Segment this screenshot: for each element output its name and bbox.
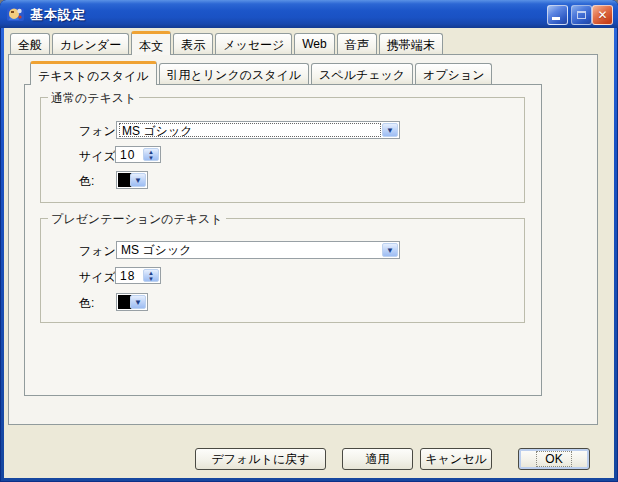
tab-quote-link-style[interactable]: 引用とリンクのスタイル: [159, 63, 310, 84]
tab-message[interactable]: メッセージ: [215, 33, 292, 54]
chevron-down-icon[interactable]: ▼: [130, 295, 146, 309]
tab-options[interactable]: オプション: [415, 63, 492, 84]
spin-down-icon[interactable]: ▼: [144, 276, 158, 282]
size-label: サイズ:: [79, 148, 119, 165]
chevron-down-icon[interactable]: ▼: [382, 243, 398, 257]
size-label: サイズ:: [79, 269, 119, 286]
spinner-buttons[interactable]: ▲ ▼: [143, 269, 159, 282]
size-stepper-presentation[interactable]: 18 ▲ ▼: [115, 267, 161, 284]
group-normal-text: 通常のテキスト フォント: MS ゴシック ▼ サイズ: 10 ▲ ▼ 色: ▼: [40, 97, 525, 203]
spinner-buttons[interactable]: ▲ ▼: [143, 148, 159, 161]
size-stepper-normal-value: 10: [120, 148, 135, 162]
font-select-presentation[interactable]: MS ゴシック ▼: [116, 241, 400, 259]
minimize-icon: [552, 17, 560, 20]
tab-body[interactable]: 本文: [131, 31, 171, 55]
spin-down-icon[interactable]: ▼: [144, 155, 158, 161]
maximize-icon: [577, 11, 586, 19]
maximize-button[interactable]: [571, 5, 592, 25]
tab-text-style[interactable]: テキストのスタイル: [30, 61, 157, 85]
chevron-down-icon[interactable]: ▼: [382, 123, 398, 137]
apply-button[interactable]: 適用: [342, 448, 413, 470]
color-label: 色:: [79, 173, 94, 190]
app-icon: [7, 6, 24, 23]
tab-display[interactable]: 表示: [173, 33, 213, 54]
titlebar[interactable]: 基本設定 ✕: [0, 0, 618, 28]
tab-audio[interactable]: 音声: [337, 33, 377, 54]
size-stepper-normal[interactable]: 10 ▲ ▼: [115, 146, 161, 163]
color-label: 色:: [79, 295, 94, 312]
tab-web[interactable]: Web: [294, 33, 334, 54]
group-presentation-text-title: プレゼンテーションのテキスト: [48, 211, 226, 228]
font-select-normal-value: MS ゴシック: [119, 123, 381, 137]
settings-window: 基本設定 ✕ 全般 カレンダー 本文 表示 メッセージ Web 音声 携帯端末 …: [0, 0, 618, 482]
group-presentation-text: プレゼンテーションのテキスト フォント: MS ゴシック ▼ サイズ: 18 ▲…: [40, 218, 525, 323]
sub-tabstrip: テキストのスタイル 引用とリンクのスタイル スペルチェック オプション: [30, 61, 494, 84]
minimize-button[interactable]: [547, 5, 568, 25]
tab-mobile[interactable]: 携帯端末: [379, 33, 443, 54]
color-picker-normal[interactable]: ▼: [116, 171, 148, 189]
size-stepper-presentation-value: 18: [120, 269, 135, 283]
chevron-down-icon[interactable]: ▼: [130, 173, 146, 187]
tab-calendar[interactable]: カレンダー: [52, 33, 129, 54]
font-select-presentation-value: MS ゴシック: [119, 243, 381, 257]
ok-button[interactable]: OK: [518, 448, 590, 470]
reset-defaults-button[interactable]: デフォルトに戻す: [195, 448, 326, 470]
ok-button-label: OK: [536, 451, 571, 467]
main-tabstrip: 全般 カレンダー 本文 表示 メッセージ Web 音声 携帯端末: [10, 31, 445, 54]
window-title: 基本設定: [30, 6, 86, 24]
cancel-button[interactable]: キャンセル: [420, 448, 492, 470]
close-icon: ✕: [593, 8, 612, 22]
font-select-normal[interactable]: MS ゴシック ▼: [116, 121, 400, 139]
color-picker-presentation[interactable]: ▼: [116, 293, 148, 311]
tab-general[interactable]: 全般: [10, 33, 50, 54]
tab-spellcheck[interactable]: スペルチェック: [311, 63, 413, 84]
group-normal-text-title: 通常のテキスト: [48, 90, 139, 107]
close-button[interactable]: ✕: [592, 5, 613, 25]
